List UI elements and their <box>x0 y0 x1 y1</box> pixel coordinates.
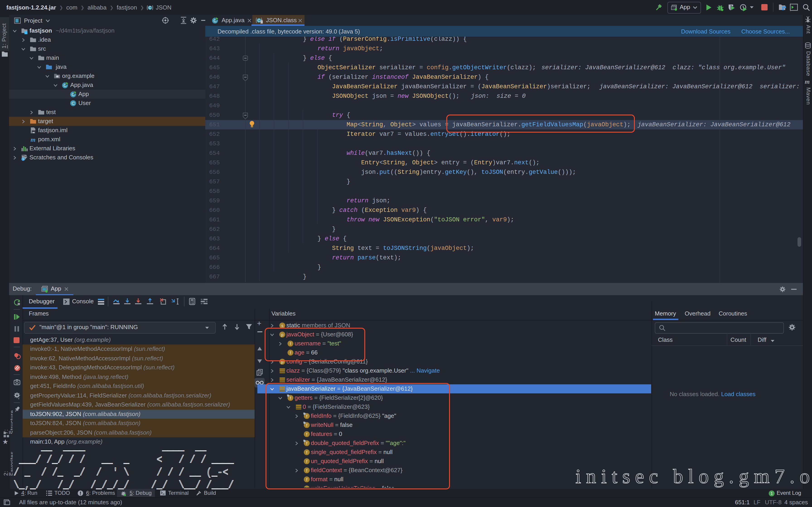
svg-text:C: C <box>258 18 261 23</box>
svg-text:1: 1 <box>770 491 773 496</box>
svg-text:C: C <box>148 5 151 10</box>
svg-text:C: C <box>71 101 75 106</box>
svg-text:m: m <box>31 136 36 143</box>
svg-text:s: s <box>282 324 284 328</box>
